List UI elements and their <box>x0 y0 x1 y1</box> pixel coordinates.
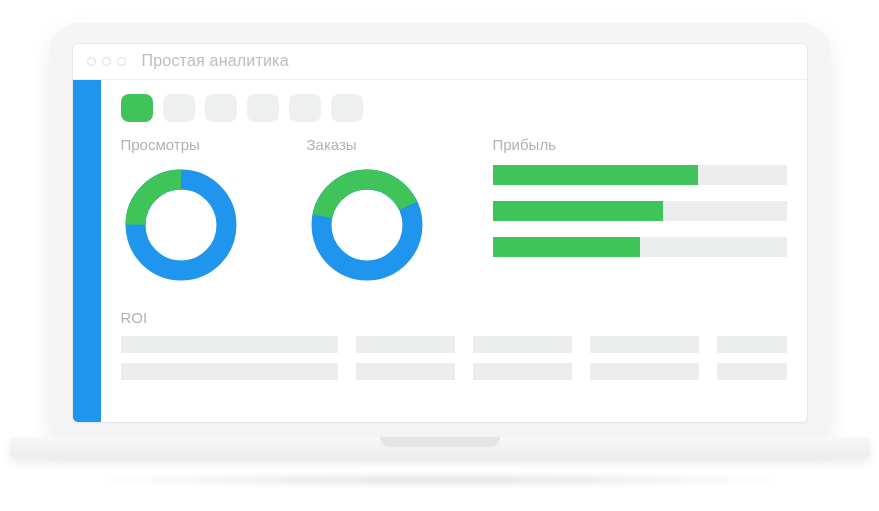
roi-widget: ROI <box>121 309 787 380</box>
app-window: Простая аналитика Просмотры <box>72 43 808 423</box>
tab-strip <box>121 94 787 122</box>
orders-donut-chart <box>307 165 427 285</box>
tab-4[interactable] <box>247 94 279 122</box>
maximize-icon[interactable] <box>117 57 126 66</box>
roi-cell <box>717 336 786 353</box>
roi-cell <box>356 336 455 353</box>
close-icon[interactable] <box>87 57 96 66</box>
window-body: Просмотры Заказы <box>73 80 807 422</box>
table-row <box>121 336 787 353</box>
roi-cell <box>121 336 339 353</box>
titlebar: Простая аналитика <box>73 44 807 80</box>
roi-cell <box>121 363 339 380</box>
profit-bar-1 <box>493 165 787 185</box>
views-widget: Просмотры <box>121 136 271 289</box>
widgets-row: Просмотры Заказы <box>121 136 787 289</box>
main-panel: Просмотры Заказы <box>101 80 807 422</box>
roi-cell <box>473 336 572 353</box>
window-controls <box>87 57 126 66</box>
sidebar <box>73 80 101 422</box>
roi-cell <box>717 363 786 380</box>
profit-widget: Прибыль <box>493 136 787 289</box>
orders-widget: Заказы <box>307 136 457 289</box>
tab-6[interactable] <box>331 94 363 122</box>
orders-label: Заказы <box>307 136 457 153</box>
profit-bar-2 <box>493 201 787 221</box>
roi-table <box>121 336 787 380</box>
views-label: Просмотры <box>121 136 271 153</box>
screen-bezel: Простая аналитика Просмотры <box>50 23 830 437</box>
roi-cell <box>356 363 455 380</box>
roi-label: ROI <box>121 309 787 326</box>
profit-bars <box>493 165 787 257</box>
table-row <box>121 363 787 380</box>
views-donut-chart <box>121 165 241 285</box>
roi-cell <box>590 336 699 353</box>
tab-2[interactable] <box>163 94 195 122</box>
minimize-icon[interactable] <box>102 57 111 66</box>
roi-cell <box>473 363 572 380</box>
laptop-base <box>10 437 870 457</box>
laptop-shadow <box>80 471 800 489</box>
tab-3[interactable] <box>205 94 237 122</box>
profit-label: Прибыль <box>493 136 787 153</box>
tab-1[interactable] <box>121 94 153 122</box>
laptop-mockup: Простая аналитика Просмотры <box>50 23 830 489</box>
profit-bar-3 <box>493 237 787 257</box>
tab-5[interactable] <box>289 94 321 122</box>
window-title: Простая аналитика <box>142 52 289 70</box>
roi-cell <box>590 363 699 380</box>
